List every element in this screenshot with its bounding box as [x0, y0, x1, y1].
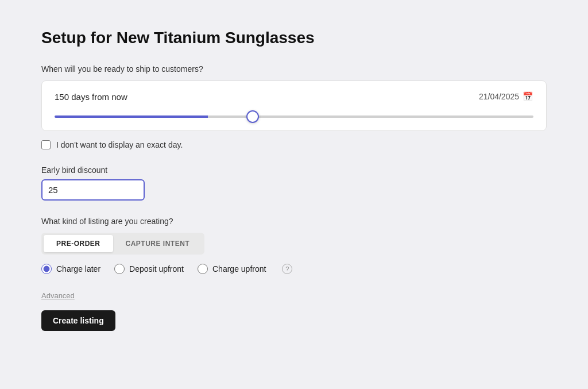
deposit-upfront-radio[interactable] [114, 264, 125, 274]
no-exact-day-checkbox[interactable] [41, 140, 51, 149]
charge-later-radio[interactable] [41, 264, 52, 274]
deposit-upfront-option[interactable]: Deposit upfront [114, 264, 184, 274]
discount-input[interactable] [42, 180, 145, 199]
ship-date-slider[interactable] [55, 115, 533, 118]
charge-options-group: Charge later Deposit upfront Charge upfr… [41, 264, 547, 274]
discount-section: Early bird discount % ▲ ▼ [41, 165, 547, 201]
page-title: Setup for New Titanium Sunglasses [41, 29, 547, 47]
listing-type-label: What kind of listing are you creating? [41, 217, 547, 226]
create-listing-button[interactable]: Create listing [41, 310, 115, 331]
charge-later-label: Charge later [56, 264, 100, 274]
charge-upfront-label: Charge upfront [212, 264, 266, 274]
deposit-upfront-label: Deposit upfront [129, 264, 184, 274]
ship-date-card: 150 days from now 21/04/2025 📅 [41, 80, 547, 131]
charge-later-option[interactable]: Charge later [41, 264, 100, 274]
ship-section-label: When will you be ready to ship to custom… [41, 64, 547, 74]
listing-section: What kind of listing are you creating? P… [41, 217, 547, 274]
ship-date-value: 21/04/2025 📅 [479, 91, 533, 102]
help-icon[interactable]: ? [282, 264, 292, 274]
charge-upfront-radio[interactable] [198, 264, 208, 274]
tab-pre-order[interactable]: PRE-ORDER [44, 235, 113, 252]
advanced-link[interactable]: Advanced [41, 291, 75, 300]
tab-capture-intent[interactable]: CAPTURE INTENT [113, 235, 203, 252]
discount-input-wrap: % ▲ ▼ [41, 179, 145, 201]
exact-day-checkbox-row: I don't want to display an exact day. [41, 140, 547, 149]
listing-tabs-bar: PRE-ORDER CAPTURE INTENT [41, 233, 204, 255]
no-exact-day-label[interactable]: I don't want to display an exact day. [56, 140, 183, 149]
discount-label: Early bird discount [41, 165, 547, 175]
charge-upfront-option[interactable]: Charge upfront [198, 264, 266, 274]
ship-date-slider-container [55, 110, 533, 120]
days-from-now-label: 150 days from now [55, 92, 127, 102]
calendar-icon: 📅 [523, 91, 533, 102]
